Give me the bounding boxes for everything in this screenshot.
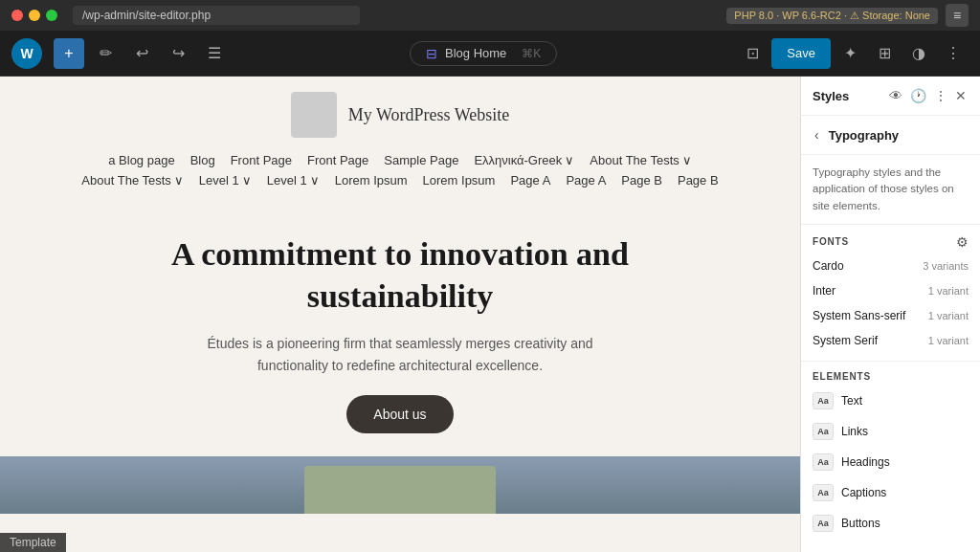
save-button[interactable]: Save [771, 38, 831, 69]
hero-title: A commitment to innovation and sustainab… [77, 233, 724, 318]
nav-item-front-page-2[interactable]: Front Page [307, 153, 368, 167]
element-label-buttons: Buttons [841, 517, 880, 530]
more-options-button[interactable]: ⋮ [932, 86, 949, 105]
fonts-section-label: FONTS ⚙ [801, 225, 980, 254]
edit-button[interactable]: ✏ [90, 38, 121, 69]
font-variants-cardo: 3 variants [923, 260, 969, 272]
wp-logo[interactable]: W [11, 38, 42, 69]
font-variants-system-serif: 1 variant [928, 335, 969, 346]
maximize-light[interactable] [46, 10, 57, 21]
font-variants-inter: 1 variant [928, 285, 969, 297]
element-links[interactable]: Aa Links [801, 416, 980, 447]
typography-description: Typography styles and the application of… [801, 155, 980, 225]
hero-about-button[interactable]: About us [346, 395, 453, 433]
nav-item-front-page-1[interactable]: Front Page [231, 153, 292, 167]
list-view-button[interactable]: ☰ [199, 38, 230, 69]
site-title: My WordPress Website [348, 105, 509, 125]
back-button[interactable]: ‹ [813, 125, 821, 144]
nav-item-blog[interactable]: Blog [190, 153, 215, 167]
element-label-links: Links [841, 425, 868, 438]
nav-item-pagea2[interactable]: Page A [566, 173, 606, 188]
traffic-lights [11, 10, 57, 21]
template-label: Template [0, 533, 66, 552]
nav-item-pageb2[interactable]: Page B [678, 173, 719, 188]
nav-item-blog-page[interactable]: a Blog page [108, 153, 174, 167]
element-captions[interactable]: Aa Captions [801, 477, 980, 508]
close-sidebar-button[interactable]: ✕ [953, 86, 969, 105]
nav-item-about-tests-1[interactable]: About The Tests ∨ [590, 153, 691, 167]
nav-item-pagea1[interactable]: Page A [510, 173, 550, 188]
font-name-system-sans: System Sans-serif [813, 309, 905, 322]
typography-title: Typography [829, 128, 899, 143]
elements-section-label: ELEMENTS [801, 362, 980, 386]
font-name-system-serif: System Serif [813, 334, 878, 347]
view-icon-button[interactable]: 👁 [887, 86, 904, 105]
typography-header: ‹ Typography [801, 116, 980, 155]
redo-button[interactable]: ↪ [163, 38, 193, 69]
blog-home-icon: ⊟ [426, 46, 437, 61]
hero-subtitle: Études is a pioneering firm that seamles… [199, 333, 601, 376]
font-item-cardo[interactable]: Cardo 3 variants [801, 254, 980, 278]
font-item-system-sans[interactable]: System Sans-serif 1 variant [801, 303, 980, 328]
add-block-button[interactable]: + [54, 38, 84, 69]
font-item-system-serif[interactable]: System Serif 1 variant [801, 328, 980, 353]
element-icon-text: Aa [813, 392, 834, 409]
element-headings[interactable]: Aa Headings [801, 447, 980, 477]
sidebar-header: Styles 👁 🕐 ⋮ ✕ [801, 77, 980, 116]
site-header: My WordPress Website a Blog page Blog Fr… [0, 77, 800, 203]
element-label-headings: Headings [841, 455, 890, 469]
title-bar: /wp-admin/site-editor.php PHP 8.0 · WP 6… [0, 0, 980, 31]
sidebar-title: Styles [813, 89, 849, 103]
nav-item-level1-1[interactable]: Level 1 ∨ [199, 173, 252, 188]
toolbar: W + ✏ ↩ ↪ ☰ ⊟ Blog Home ⌘K ⊡ Save ✦ ⊞ ◑ … [0, 31, 980, 77]
right-tools: ⊡ Save ✦ ⊞ ◑ ⋮ [737, 38, 969, 69]
preview-button[interactable]: ⊡ [737, 38, 768, 69]
nav-item-about-tests-2[interactable]: About The Tests ∨ [81, 173, 183, 188]
blog-home-pill[interactable]: ⊟ Blog Home ⌘K [410, 41, 557, 66]
layout-button[interactable]: ⊞ [869, 38, 900, 69]
nav-item-lorem1[interactable]: Lorem Ipsum [335, 173, 408, 188]
close-light[interactable] [11, 10, 23, 21]
element-text[interactable]: Aa Text [801, 386, 980, 416]
undo-button[interactable]: ↩ [126, 38, 157, 69]
php-badge: PHP 8.0 · WP 6.6-RC2 · ⚠ Storage: None [726, 8, 938, 24]
shortcut-hint: ⌘K [522, 47, 541, 60]
font-list: Cardo 3 variants Inter 1 variant System … [801, 254, 980, 361]
element-icon-headings: Aa [813, 453, 834, 471]
canvas: My WordPress Website a Blog page Blog Fr… [0, 77, 800, 552]
center-area: ⊟ Blog Home ⌘K [235, 41, 731, 66]
elements-section: ELEMENTS Aa Text Aa Links Aa Headings Aa… [801, 361, 980, 539]
sidebar-icons: 👁 🕐 ⋮ ✕ [887, 86, 969, 105]
theme-button[interactable]: ◑ [903, 38, 934, 69]
font-name-inter: Inter [813, 284, 835, 298]
blog-home-label: Blog Home [445, 46, 506, 60]
element-icon-captions: Aa [813, 484, 834, 501]
hero-image [0, 456, 800, 514]
site-logo-area: My WordPress Website [291, 92, 509, 138]
styles-button[interactable]: ✦ [835, 38, 865, 69]
element-label-captions: Captions [841, 486, 886, 499]
nav-item-sample-page[interactable]: Sample Page [384, 153, 458, 167]
nav-item-pageb1[interactable]: Page B [621, 173, 662, 188]
element-buttons[interactable]: Aa Buttons [801, 508, 980, 539]
minimize-light[interactable] [29, 10, 40, 21]
nav-item-greek[interactable]: Ελληνικά-Greek ∨ [474, 153, 574, 167]
website-content: My WordPress Website a Blog page Blog Fr… [0, 77, 800, 552]
url-bar[interactable]: /wp-admin/site-editor.php [73, 6, 360, 25]
nav-item-lorem2[interactable]: Lorem Ipsum [423, 173, 496, 188]
hero-section: A commitment to innovation and sustainab… [0, 203, 800, 456]
more-button[interactable]: ⋮ [938, 38, 969, 69]
element-label-text: Text [841, 394, 862, 408]
font-name-cardo: Cardo [813, 259, 844, 273]
menu-button[interactable]: ≡ [946, 4, 969, 27]
element-icon-links: Aa [813, 423, 834, 440]
history-icon-button[interactable]: 🕐 [908, 86, 928, 105]
main-layout: My WordPress Website a Blog page Blog Fr… [0, 77, 980, 552]
manage-fonts-button[interactable]: ⚙ [956, 234, 969, 250]
nav-item-level1-2[interactable]: Level 1 ∨ [267, 173, 320, 188]
font-item-inter[interactable]: Inter 1 variant [801, 278, 980, 303]
nav-row-2: About The Tests ∨ Level 1 ∨ Level 1 ∨ Lo… [81, 173, 718, 188]
nav-row-1: a Blog page Blog Front Page Front Page S… [108, 153, 692, 167]
font-variants-system-sans: 1 variant [928, 310, 969, 321]
sidebar-panel: Styles 👁 🕐 ⋮ ✕ ‹ Typography Typography s… [800, 77, 980, 552]
